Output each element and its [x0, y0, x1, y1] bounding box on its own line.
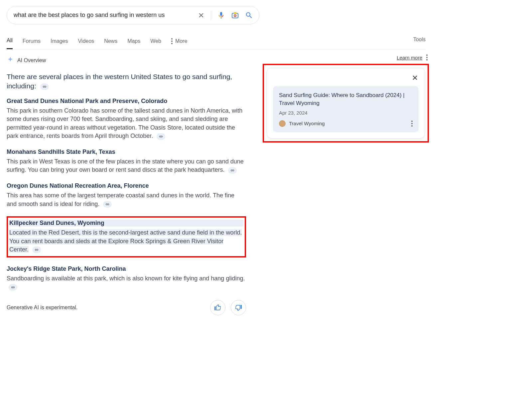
search-input[interactable] — [14, 12, 198, 19]
link-chip-icon[interactable] — [103, 201, 112, 208]
place-desc: Located in the Red Desert, this is the s… — [9, 229, 243, 254]
link-chip-icon[interactable] — [40, 83, 49, 90]
link-chip-icon[interactable] — [157, 133, 165, 140]
tools-button[interactable]: Tools — [413, 37, 426, 47]
thumbs-up-button[interactable] — [210, 300, 225, 315]
tab-images[interactable]: Images — [51, 35, 68, 49]
place-title: Oregon Dunes National Recreation Area, F… — [7, 182, 246, 189]
source-title: Sand Surfing Guide: Where to Sandboard (… — [279, 91, 413, 107]
clear-icon[interactable] — [198, 12, 205, 19]
more-dots-icon — [171, 38, 173, 44]
place-item: Jockey's Ridge State Park, North Carolin… — [7, 265, 246, 291]
tab-all[interactable]: All — [7, 34, 13, 49]
ai-overview-label: AI Overview — [17, 57, 46, 63]
place-desc: This park in southern Colorado has some … — [7, 107, 246, 141]
tab-web[interactable]: Web — [150, 35, 161, 49]
tabs-row: All Forums Images Videos News Maps Web M… — [7, 34, 426, 49]
close-icon[interactable] — [411, 74, 419, 83]
tab-more[interactable]: More — [171, 35, 187, 49]
source-card-highlight: Sand Surfing Guide: Where to Sandboard (… — [263, 64, 429, 143]
voice-search-icon[interactable] — [217, 11, 225, 19]
link-chip-icon[interactable] — [228, 167, 237, 174]
link-chip-icon[interactable] — [9, 284, 17, 291]
sparkle-icon — [7, 56, 14, 65]
svg-rect-0 — [232, 13, 238, 18]
more-options-icon[interactable] — [426, 54, 428, 60]
place-title: Jockey's Ridge State Park, North Carolin… — [7, 265, 246, 272]
place-item: Oregon Dunes National Recreation Area, F… — [7, 182, 246, 208]
tab-maps[interactable]: Maps — [127, 35, 140, 49]
tab-more-label: More — [175, 38, 187, 44]
intro-text: There are several places in the western … — [7, 72, 246, 91]
thumbs-down-button[interactable] — [231, 300, 246, 315]
place-title: Killpecker Sand Dunes, Wyoming — [9, 220, 243, 227]
source-link[interactable]: Sand Surfing Guide: Where to Sandboard (… — [273, 86, 419, 132]
tab-news[interactable]: News — [104, 35, 117, 49]
source-card: Sand Surfing Guide: Where to Sandboard (… — [267, 68, 425, 139]
place-desc: This area has some of the largest temper… — [7, 191, 246, 208]
source-site-name: Travel Wyoming — [289, 121, 325, 126]
tab-forums[interactable]: Forums — [23, 35, 41, 49]
place-desc: Sandboarding is available at this park, … — [7, 274, 246, 291]
source-menu-icon[interactable] — [411, 121, 413, 127]
divider — [211, 10, 211, 20]
disclaimer-text: Generative AI is experimental. — [7, 305, 77, 311]
tab-videos[interactable]: Videos — [78, 35, 94, 49]
learn-more-link[interactable]: Learn more — [263, 54, 429, 60]
place-item: Great Sand Dunes National Park and Prese… — [7, 98, 246, 141]
link-chip-icon[interactable] — [32, 246, 41, 253]
search-bar[interactable] — [7, 6, 259, 24]
svg-point-1 — [234, 15, 236, 17]
image-search-icon[interactable] — [231, 11, 239, 19]
svg-rect-2 — [234, 12, 236, 14]
search-icon[interactable] — [245, 11, 253, 19]
place-item: Monahans Sandhills State Park, Texas Thi… — [7, 148, 246, 174]
place-desc: This park in West Texas is one of the fe… — [7, 157, 246, 174]
favicon-icon — [279, 120, 286, 127]
place-title: Monahans Sandhills State Park, Texas — [7, 148, 246, 155]
source-date: Apr 23, 2024 — [279, 110, 413, 116]
place-title: Great Sand Dunes National Park and Prese… — [7, 98, 246, 105]
highlighted-place: Killpecker Sand Dunes, Wyoming Located i… — [7, 216, 246, 257]
